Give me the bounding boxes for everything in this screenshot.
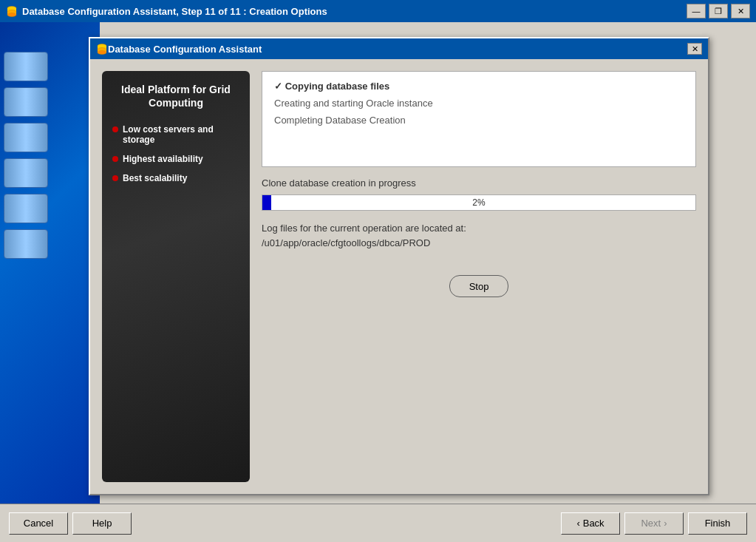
steps-box: Copying database files Creating and star… bbox=[262, 71, 696, 167]
minimize-button[interactable]: — bbox=[687, 4, 706, 18]
bg-cylinders bbox=[4, 52, 48, 259]
cylinder-4 bbox=[4, 158, 48, 188]
svg-point-9 bbox=[98, 51, 106, 55]
outer-window: Database Configuration Assistant, Step 1… bbox=[0, 0, 756, 542]
outer-content-area: Database Configuration Assistant ✕ Ideal… bbox=[0, 22, 756, 504]
next-label: Next bbox=[641, 518, 661, 529]
inner-close-button[interactable]: ✕ bbox=[687, 43, 702, 55]
cancel-button[interactable]: Cancel bbox=[9, 512, 68, 535]
inner-content: Ideal Platform for Grid Computing Low co… bbox=[90, 59, 708, 494]
cylinder-5 bbox=[4, 194, 48, 223]
finish-button[interactable]: Finish bbox=[688, 512, 747, 535]
next-chevron-icon: › bbox=[664, 518, 667, 529]
bottom-toolbar: Cancel Help ‹ Back Next › Finish bbox=[0, 504, 756, 542]
bullet-icon-2 bbox=[112, 156, 118, 162]
bottom-right-buttons: ‹ Back Next › Finish bbox=[561, 512, 747, 535]
inner-titlebar: Database Configuration Assistant ✕ bbox=[90, 38, 708, 59]
stop-button[interactable]: Stop bbox=[449, 275, 508, 297]
outer-window-icon bbox=[6, 5, 18, 17]
left-panel-item-label-3: Best scalability bbox=[123, 173, 187, 183]
back-button[interactable]: ‹ Back bbox=[561, 512, 620, 535]
back-label: Back bbox=[583, 518, 605, 529]
inner-dialog: Database Configuration Assistant ✕ Ideal… bbox=[89, 37, 709, 495]
left-panel-item-label-2: Highest availability bbox=[123, 154, 203, 164]
stop-button-area: Stop bbox=[262, 275, 696, 297]
left-panel-item-3: Best scalability bbox=[112, 173, 239, 183]
inner-dialog-title: Database Configuration Assistant bbox=[108, 44, 687, 55]
outer-titlebar: Database Configuration Assistant, Step 1… bbox=[0, 0, 756, 22]
right-panel: Copying database files Creating and star… bbox=[262, 71, 696, 482]
step-item-2: Creating and starting Oracle instance bbox=[274, 98, 684, 109]
log-info-text: Log files for the current operation are … bbox=[262, 221, 696, 250]
bullet-icon-1 bbox=[112, 126, 118, 132]
titlebar-controls: — ❐ ✕ bbox=[687, 4, 750, 18]
progress-bar-container: 2% bbox=[262, 194, 696, 211]
background-blue-panel bbox=[0, 22, 100, 504]
bottom-left-buttons: Cancel Help bbox=[9, 512, 561, 535]
left-panel-title: Ideal Platform for Grid Computing bbox=[112, 83, 239, 109]
left-panel-item-2: Highest availability bbox=[112, 154, 239, 164]
cylinder-6 bbox=[4, 229, 48, 259]
step-item-1: Copying database files bbox=[274, 81, 684, 92]
log-path: /u01/app/oracle/cfgtoollogs/dbca/PROD bbox=[262, 237, 430, 248]
left-info-panel: Ideal Platform for Grid Computing Low co… bbox=[102, 71, 250, 482]
cylinder-2 bbox=[4, 87, 48, 117]
progress-label: Clone database creation in progress bbox=[262, 177, 696, 189]
back-chevron-icon: ‹ bbox=[576, 518, 579, 529]
left-panel-item-label-1: Low cost servers and storage bbox=[123, 124, 239, 145]
progress-bar-text: 2% bbox=[262, 195, 695, 210]
svg-point-4 bbox=[7, 13, 16, 17]
progress-section: Clone database creation in progress 2% bbox=[262, 177, 696, 211]
inner-window-icon bbox=[96, 43, 108, 55]
left-panel-item-1: Low cost servers and storage bbox=[112, 124, 239, 145]
maximize-button[interactable]: ❐ bbox=[709, 4, 728, 18]
cylinder-1 bbox=[4, 52, 48, 81]
help-button[interactable]: Help bbox=[72, 512, 132, 535]
cylinder-3 bbox=[4, 123, 48, 152]
outer-close-button[interactable]: ✕ bbox=[731, 4, 750, 18]
bullet-icon-3 bbox=[112, 175, 118, 181]
outer-window-title: Database Configuration Assistant, Step 1… bbox=[22, 6, 687, 17]
step-item-3: Completing Database Creation bbox=[274, 115, 684, 126]
next-button[interactable]: Next › bbox=[624, 512, 684, 535]
